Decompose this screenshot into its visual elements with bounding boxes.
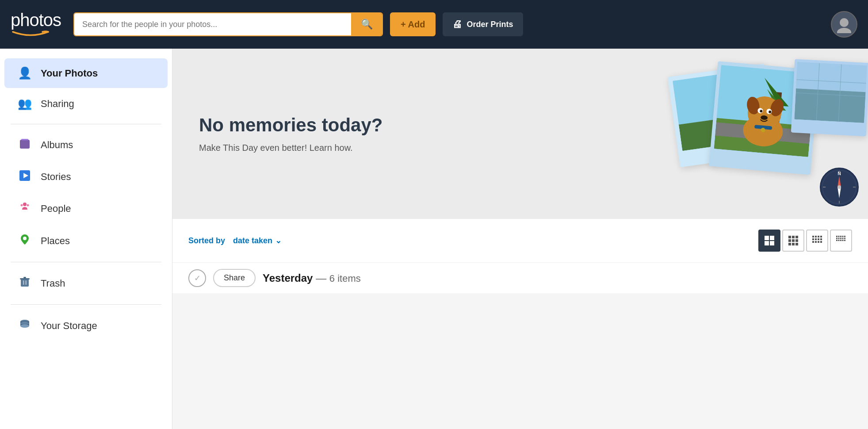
select-all-button[interactable]: ✓	[188, 269, 206, 287]
sidebar-label-people: People	[41, 203, 71, 214]
stories-icon	[17, 169, 33, 184]
svg-point-9	[23, 237, 27, 240]
order-prints-button[interactable]: 🖨 Order Prints	[443, 12, 523, 36]
section-count: 6 items	[329, 273, 361, 284]
sidebar-item-trash[interactable]: Trash	[4, 268, 168, 299]
svg-rect-58	[765, 241, 769, 245]
logo[interactable]: photos	[11, 11, 61, 38]
svg-rect-86	[836, 238, 837, 239]
search-container: 🔍	[73, 12, 383, 36]
svg-rect-80	[820, 241, 822, 243]
memories-banner: No memories today? Make This Day even be…	[172, 49, 868, 219]
sidebar: 👤 Your Photos 👥 Sharing Albums Stories	[0, 49, 172, 429]
view-toggle-tiny[interactable]	[830, 230, 852, 252]
search-button[interactable]: 🔍	[351, 13, 382, 35]
sidebar-item-storage[interactable]: Your Storage	[4, 310, 168, 341]
sidebar-label-albums: Albums	[41, 139, 73, 151]
places-icon	[17, 233, 33, 249]
logo-text: photos	[11, 11, 61, 29]
search-input[interactable]	[74, 13, 351, 35]
sidebar-item-sharing[interactable]: 👥 Sharing	[4, 89, 168, 119]
sidebar-item-albums[interactable]: Albums	[4, 130, 168, 161]
svg-rect-81	[836, 236, 837, 237]
svg-rect-11	[20, 278, 30, 280]
large-grid-icon	[764, 235, 775, 246]
svg-rect-73	[812, 238, 814, 240]
svg-rect-64	[792, 239, 795, 242]
storage-icon	[17, 318, 33, 333]
sidebar-label-your-photos: Your Photos	[41, 68, 98, 79]
sort-button[interactable]: date taken ⌄	[233, 236, 282, 245]
view-toggle-large[interactable]	[758, 230, 780, 252]
svg-rect-62	[795, 236, 798, 238]
compass-svg: N	[819, 167, 859, 207]
section-yesterday: ✓ Share Yesterday — 6 items	[172, 262, 868, 293]
svg-point-51	[837, 185, 841, 189]
albums-icon	[17, 138, 33, 153]
svg-rect-60	[788, 236, 791, 238]
sidebar-divider-2	[11, 262, 161, 262]
sidebar-item-your-photos[interactable]: 👤 Your Photos	[4, 58, 168, 88]
svg-rect-57	[770, 236, 774, 240]
share-button-label: Share	[224, 273, 245, 282]
sort-value: date taken	[233, 236, 272, 245]
svg-rect-59	[770, 241, 774, 245]
svg-rect-77	[812, 241, 814, 243]
section-separator: —	[316, 272, 329, 284]
svg-rect-93	[840, 240, 841, 241]
banner-title: No memories today?	[199, 115, 382, 136]
sidebar-item-places[interactable]: Places	[4, 225, 168, 257]
sort-label: Sorted by	[188, 236, 229, 245]
banner-subtitle: Make This Day even better! Learn how.	[199, 143, 382, 153]
svg-rect-10	[21, 279, 29, 287]
order-prints-label: Order Prints	[467, 20, 513, 29]
svg-rect-85	[844, 236, 845, 237]
section-title: Yesterday — 6 items	[263, 272, 361, 284]
view-toggle-small[interactable]	[806, 230, 828, 252]
svg-rect-61	[792, 236, 795, 238]
medium-grid-icon	[788, 235, 799, 246]
svg-rect-95	[844, 240, 845, 241]
printer-icon: 🖨	[452, 19, 462, 30]
compass-illustration: N	[819, 167, 859, 207]
view-toggle-medium[interactable]	[782, 230, 804, 252]
svg-point-7	[21, 204, 23, 207]
people-icon	[17, 201, 33, 216]
svg-rect-84	[842, 236, 844, 237]
svg-rect-83	[840, 236, 841, 237]
layout: 👤 Your Photos 👥 Sharing Albums Stories	[0, 49, 868, 429]
sidebar-label-places: Places	[41, 235, 70, 247]
svg-rect-90	[844, 238, 845, 239]
svg-rect-69	[812, 236, 814, 237]
sidebar-label-sharing: Sharing	[41, 98, 74, 110]
svg-rect-71	[818, 236, 819, 237]
polaroid-right	[791, 59, 868, 136]
add-button-label: + Add	[401, 19, 425, 30]
svg-rect-56	[765, 236, 769, 240]
polaroid-right-image	[794, 61, 867, 123]
sidebar-item-people[interactable]: People	[4, 193, 168, 224]
tiny-grid-icon	[836, 235, 846, 246]
sidebar-label-storage: Your Storage	[41, 320, 97, 332]
svg-rect-79	[818, 241, 819, 243]
user-avatar[interactable]	[831, 11, 857, 38]
logo-smile-icon	[11, 30, 50, 38]
check-icon: ✓	[194, 273, 201, 283]
search-icon: 🔍	[361, 19, 373, 30]
sidebar-item-stories[interactable]: Stories	[4, 161, 168, 192]
svg-rect-91	[836, 240, 837, 241]
sort-controls: Sorted by date taken ⌄	[188, 236, 282, 245]
svg-rect-74	[815, 238, 817, 240]
svg-rect-2	[20, 140, 30, 149]
svg-rect-82	[838, 236, 840, 237]
share-button[interactable]: Share	[213, 269, 256, 287]
svg-rect-88	[840, 238, 841, 239]
sidebar-label-stories: Stories	[41, 171, 71, 183]
svg-rect-70	[815, 236, 817, 237]
svg-point-6	[23, 203, 27, 206]
add-button[interactable]: + Add	[390, 12, 436, 36]
main-content: No memories today? Make This Day even be…	[172, 49, 868, 429]
sidebar-divider-1	[11, 124, 161, 124]
svg-rect-78	[815, 241, 817, 243]
avatar-icon	[835, 15, 853, 33]
